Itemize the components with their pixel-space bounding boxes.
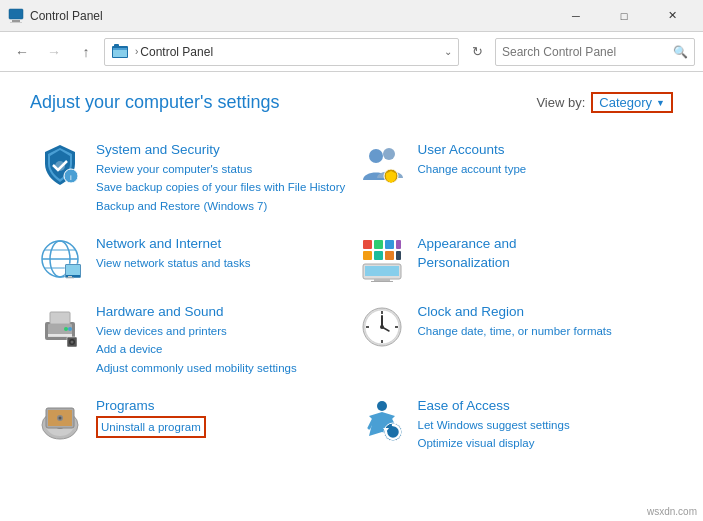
svg-rect-1 [12,20,20,22]
dropdown-arrow-icon: ▼ [656,98,665,108]
category-appearance-text: Appearance andPersonalization [418,235,668,273]
refresh-button[interactable]: ↻ [463,38,491,66]
view-by-label: View by: [536,95,585,110]
hardware-title[interactable]: Hardware and Sound [96,303,346,322]
search-input[interactable] [502,45,673,59]
svg-text:i: i [70,173,72,182]
breadcrumb-text: Control Panel [140,45,440,59]
category-ease-text: Ease of Access Let Windows suggest setti… [418,397,668,453]
title-bar: Control Panel ─ □ ✕ [0,0,703,32]
category-user-accounts-text: User Accounts Change account type [418,141,668,178]
clock-icon [358,303,406,351]
category-programs: Programs Uninstall a program [30,389,352,461]
forward-button[interactable]: → [40,38,68,66]
appearance-icon [358,235,406,283]
svg-point-59 [59,417,62,420]
svg-rect-22 [363,240,372,249]
breadcrumb-dropdown-icon[interactable]: ⌄ [444,46,452,57]
network-link-1[interactable]: View network status and tasks [96,254,346,272]
system-security-icon: i [36,141,84,189]
ease-link-2[interactable]: Optimize visual display [418,434,668,452]
svg-rect-6 [113,48,127,50]
category-hardware: Hardware and Sound View devices and prin… [30,295,352,385]
category-appearance: Appearance andPersonalization [352,227,674,291]
clock-title[interactable]: Clock and Region [418,303,668,322]
svg-rect-36 [50,312,70,324]
view-by-control: View by: Category ▼ [536,92,673,113]
user-accounts-link-1[interactable]: Change account type [418,160,668,178]
category-network-text: Network and Internet View network status… [96,235,346,272]
view-by-dropdown[interactable]: Category ▼ [591,92,673,113]
svg-rect-27 [374,251,383,260]
system-security-link-1[interactable]: Review your computer's status [96,160,346,178]
category-user-accounts: User Accounts Change account type [352,133,674,223]
programs-title[interactable]: Programs [96,397,346,416]
search-box[interactable]: 🔍 [495,38,695,66]
watermark: wsxdn.com [647,506,697,517]
svg-point-10 [369,149,383,163]
appearance-title[interactable]: Appearance andPersonalization [418,235,668,273]
app-icon [8,8,24,24]
user-accounts-title[interactable]: User Accounts [418,141,668,160]
svg-rect-2 [10,22,22,23]
svg-point-51 [380,325,384,329]
svg-rect-33 [371,281,393,282]
minimize-button[interactable]: ─ [553,0,599,32]
svg-rect-21 [66,278,74,279]
svg-point-38 [68,327,72,331]
address-bar: ← → ↑ › Control Panel ⌄ ↻ 🔍 [0,32,703,72]
svg-rect-31 [365,266,399,276]
hardware-icon [36,303,84,351]
breadcrumb-icon [111,43,129,61]
programs-icon [36,397,84,445]
hardware-link-3[interactable]: Adjust commonly used mobility settings [96,359,346,377]
window-controls: ─ □ ✕ [553,0,695,32]
svg-rect-0 [9,9,23,19]
svg-point-39 [64,327,68,331]
svg-rect-37 [48,334,72,337]
system-security-title[interactable]: System and Security [96,141,346,160]
svg-rect-28 [385,251,394,260]
breadcrumb-separator: › [135,46,138,57]
category-hardware-text: Hardware and Sound View devices and prin… [96,303,346,377]
ease-icon [358,397,406,445]
system-security-link-3[interactable]: Backup and Restore (Windows 7) [96,197,346,215]
network-icon [36,235,84,283]
network-title[interactable]: Network and Internet [96,235,346,254]
svg-rect-24 [385,240,394,249]
category-ease: Ease of Access Let Windows suggest setti… [352,389,674,461]
user-accounts-icon [358,141,406,189]
svg-point-60 [377,401,387,411]
category-network: Network and Internet View network status… [30,227,352,291]
svg-rect-4 [114,44,119,47]
category-clock: Clock and Region Change date, time, or n… [352,295,674,385]
programs-link-1[interactable]: Uninstall a program [96,416,206,438]
ease-title[interactable]: Ease of Access [418,397,668,416]
breadcrumb-bar[interactable]: › Control Panel ⌄ [104,38,459,66]
ease-link-1[interactable]: Let Windows suggest settings [418,416,668,434]
window-title: Control Panel [30,9,553,23]
maximize-button[interactable]: □ [601,0,647,32]
svg-rect-26 [363,251,372,260]
hardware-link-1[interactable]: View devices and printers [96,322,346,340]
content-header: Adjust your computer's settings View by:… [30,92,673,113]
page-title: Adjust your computer's settings [30,92,280,113]
category-system-security-text: System and Security Review your computer… [96,141,346,215]
close-button[interactable]: ✕ [649,0,695,32]
category-system-security: i System and Security Review your comput… [30,133,352,223]
svg-rect-32 [374,279,390,281]
svg-rect-20 [68,276,72,278]
clock-link-1[interactable]: Change date, time, or number formats [418,322,668,340]
view-by-value: Category [599,95,652,110]
up-button[interactable]: ↑ [72,38,100,66]
main-content: Adjust your computer's settings View by:… [0,72,703,481]
back-button[interactable]: ← [8,38,36,66]
hardware-link-2[interactable]: Add a device [96,340,346,358]
category-programs-text: Programs Uninstall a program [96,397,346,438]
svg-rect-29 [396,251,401,260]
categories-grid: i System and Security Review your comput… [30,133,673,461]
svg-rect-19 [66,265,80,275]
search-icon: 🔍 [673,45,688,59]
svg-point-11 [383,148,395,160]
system-security-link-2[interactable]: Save backup copies of your files with Fi… [96,178,346,196]
